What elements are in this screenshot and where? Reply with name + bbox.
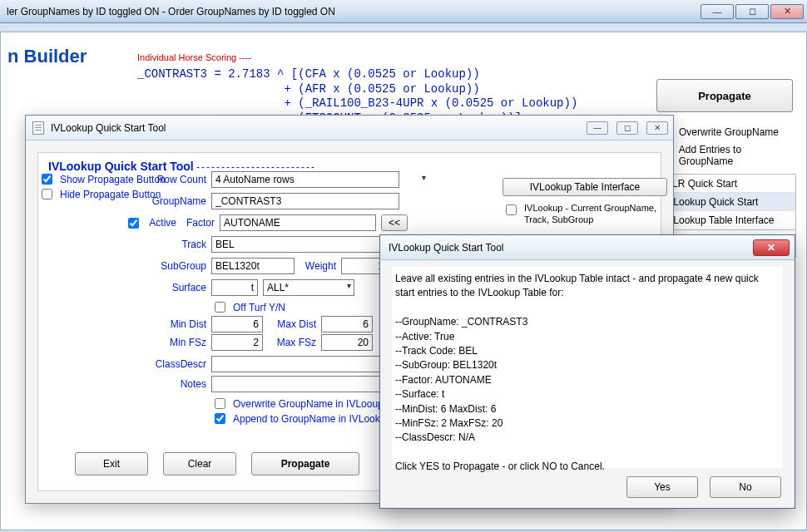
overwrite-groupname-checkbox[interactable]: Overwrite GroupName bbox=[656, 124, 796, 140]
classdescr-label: ClassDescr bbox=[155, 358, 206, 370]
max-dist-label: Max Dist bbox=[268, 318, 316, 330]
main-close-button[interactable]: ✕ bbox=[770, 4, 804, 19]
side-panel: Propagate Overwrite GroupName Add Entrie… bbox=[656, 79, 796, 258]
append-in-ivlookup-check[interactable] bbox=[215, 413, 225, 424]
quickstart-window-title: IVLookup Quick Start Tool bbox=[51, 122, 166, 134]
overwrite-in-ivlookup-check[interactable] bbox=[215, 398, 225, 409]
quickstart-bottom-buttons: Exit Clear Propagate bbox=[75, 452, 359, 475]
off-turf-label: Off Turf Y/N bbox=[233, 302, 285, 313]
document-icon bbox=[32, 121, 44, 135]
main-window-buttons: — ◻ ✕ bbox=[701, 4, 804, 19]
append-in-ivlookup-label: Append to GroupName in IVLookup T bbox=[233, 413, 400, 425]
scoring-label: Individual Horse Scoring ---- bbox=[137, 52, 251, 62]
quickstart-right-column: IVLookup Table Interface IVLookup - Curr… bbox=[503, 178, 669, 226]
quickstart-window-buttons: — ◻ ✕ bbox=[587, 121, 668, 135]
confirm-dialog-title: IVLookup Quick Start Tool bbox=[389, 242, 504, 254]
confirm-dialog-body: Leave all existing entries in the IVLook… bbox=[392, 267, 783, 468]
quickstart-row-interface[interactable]: IVLookup Table Interface bbox=[657, 211, 795, 229]
add-entries-checkbox[interactable]: Add Entries to GroupName bbox=[656, 144, 796, 167]
notes-label: Notes bbox=[176, 378, 206, 390]
factor-label: Factor bbox=[181, 217, 215, 229]
surface-input[interactable] bbox=[211, 279, 258, 296]
qs-min-button[interactable]: — bbox=[587, 121, 608, 135]
groupname-input[interactable] bbox=[211, 193, 399, 209]
max-dist-input[interactable] bbox=[321, 316, 373, 332]
overwrite-groupname-label: Overwrite GroupName bbox=[679, 126, 779, 138]
qs-close-button[interactable]: ✕ bbox=[646, 121, 668, 135]
show-propagate-label: Show Propagate Button bbox=[60, 174, 166, 185]
track-input[interactable] bbox=[211, 236, 399, 253]
notes-input[interactable] bbox=[211, 376, 399, 392]
confirm-dialog-buttons: Yes No bbox=[626, 476, 781, 498]
row-count-label: Row Count bbox=[155, 174, 206, 185]
off-turf-check[interactable] bbox=[215, 302, 225, 313]
propagate-button-side[interactable]: Propagate bbox=[656, 79, 793, 112]
confirm-yes-button[interactable]: Yes bbox=[626, 476, 698, 498]
clear-button[interactable]: Clear bbox=[163, 452, 236, 475]
hide-propagate-label: Hide Propagate Button bbox=[60, 189, 161, 200]
max-fsz-input[interactable] bbox=[321, 334, 373, 351]
factor-input[interactable] bbox=[220, 214, 376, 231]
propagate-button[interactable]: Propagate bbox=[251, 452, 359, 475]
min-dist-input[interactable] bbox=[211, 316, 263, 332]
surface-label: Surface bbox=[168, 282, 206, 293]
qs-current-check[interactable] bbox=[506, 204, 517, 215]
classdescr-input[interactable] bbox=[211, 356, 399, 372]
min-dist-label: Min Dist bbox=[165, 318, 206, 330]
subgroup-input[interactable] bbox=[211, 258, 295, 274]
exit-button[interactable]: Exit bbox=[75, 452, 148, 475]
quickstart-list: MLR Quick Start IVLookup Quick Start IVL… bbox=[656, 174, 796, 230]
main-window-title: ler GroupNames by ID toggled ON - Order … bbox=[7, 6, 335, 17]
confirm-no-button[interactable]: No bbox=[710, 476, 781, 498]
subgroup-label: SubGroup bbox=[158, 260, 206, 272]
main-window-titlebar: ler GroupNames by ID toggled ON - Order … bbox=[0, 0, 807, 23]
show-propagate-check[interactable] bbox=[42, 174, 52, 185]
quickstart-row-ivlookup[interactable]: IVLookup Quick Start bbox=[657, 193, 795, 211]
track-label: Track bbox=[176, 239, 206, 250]
active-check[interactable] bbox=[128, 218, 139, 229]
quickstart-row-mlr[interactable]: MLR Quick Start bbox=[657, 175, 795, 193]
qs-max-button[interactable]: ◻ bbox=[616, 121, 638, 135]
confirm-dialog-close-button[interactable]: ✕ bbox=[753, 239, 790, 256]
row-count-select[interactable]: 4 AutoName rows bbox=[211, 171, 399, 188]
main-max-button[interactable]: ◻ bbox=[735, 4, 769, 19]
builder-title: n Builder bbox=[1, 32, 142, 67]
min-fsz-label: Min FSz bbox=[166, 337, 206, 348]
confirm-dialog-titlebar: IVLookup Quick Start Tool ✕ bbox=[380, 235, 795, 260]
ivlookup-interface-button[interactable]: IVLookup Table Interface bbox=[503, 178, 667, 196]
add-entries-label: Add Entries to GroupName bbox=[679, 144, 796, 167]
groupname-label: GroupName bbox=[150, 195, 206, 207]
hide-propagate-check[interactable] bbox=[42, 189, 52, 200]
quickstart-titlebar: IVLookup Quick Start Tool — ◻ ✕ bbox=[26, 116, 673, 140]
main-min-button[interactable]: — bbox=[701, 4, 734, 19]
max-fsz-label: Max FSz bbox=[268, 337, 316, 348]
weight-label: Weight bbox=[300, 260, 336, 272]
factor-back-button[interactable]: << bbox=[381, 214, 408, 231]
overwrite-in-ivlookup-label: Overwrite GroupName in IVLooup Ta bbox=[233, 398, 397, 410]
min-fsz-input[interactable] bbox=[211, 334, 263, 351]
active-label: Active bbox=[146, 217, 176, 229]
confirm-dialog: IVLookup Quick Start Tool ✕ Leave all ex… bbox=[379, 234, 795, 509]
surface-select[interactable]: ALL* bbox=[263, 279, 354, 296]
qs-current-label: IVLookup - Current GroupName, Track, Sub… bbox=[524, 203, 669, 226]
